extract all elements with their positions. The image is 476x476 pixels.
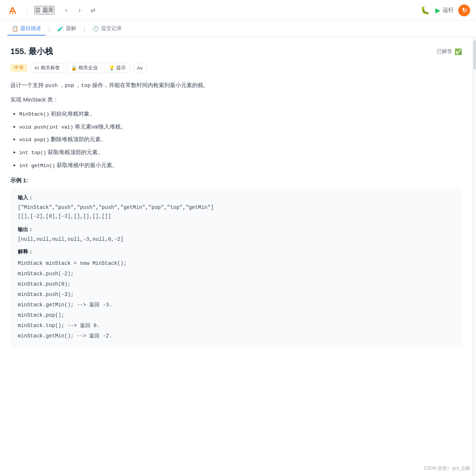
lock-icon: 🔒 [71, 65, 77, 71]
list-item: void pop() 删除堆栈顶部的元素。 [19, 135, 462, 144]
run-button[interactable]: ▶ 运行 [435, 6, 454, 14]
tab-solution-label: 题解 [66, 25, 76, 32]
navbar-right: 🐛 ▶ 运行 ↻ [419, 4, 470, 16]
tab-submissions-icon: 🕐 [93, 26, 99, 31]
input-line1: ["MinStack","push","push","push","getMin… [18, 203, 455, 212]
input-label: 输入： [18, 194, 455, 201]
explain-line-5: minStack.pop(); [18, 310, 455, 320]
hint-button[interactable]: 💡 提示 [105, 63, 130, 73]
debug-icon: 🐛 [420, 6, 430, 15]
solved-label: 已解答 [437, 48, 452, 55]
hint-icon: 💡 [109, 65, 115, 71]
next-button[interactable]: › [74, 4, 86, 16]
prev-button[interactable]: ‹ [60, 4, 72, 16]
content-panel: 155. 最小栈 已解答 ✅ 中等 🏷 相关标签 🔒 相关企业 💡 提示 [0, 37, 472, 476]
input-line2: [[],[-2],[0],[-3],[],[],[],[]] [18, 212, 455, 221]
random-icon: ⇄ [91, 7, 95, 14]
explain-label: 解释： [18, 249, 455, 255]
debug-button[interactable]: 🐛 [419, 4, 431, 16]
problems-button[interactable]: ☰ 题库 [34, 6, 54, 14]
tab-description-label: 题目描述 [20, 25, 41, 32]
nav-divider [27, 6, 27, 15]
tab-submissions[interactable]: 🕐 提交记录 [88, 22, 126, 36]
problem-description: 设计一个支持 push ，pop ，top 操作，并能在常数时间内检索到最小元素… [10, 80, 462, 90]
related-tags-label: 相关标签 [41, 64, 60, 71]
avatar[interactable]: ↻ [458, 4, 470, 16]
example-box: 输入： ["MinStack","push","push","push","ge… [10, 189, 462, 347]
problems-icon: ☰ [35, 7, 40, 14]
tab-divider-1: | [48, 26, 50, 32]
tags-row: 中等 🏷 相关标签 🔒 相关企业 💡 提示 Ax [10, 63, 462, 73]
run-label: 运行 [443, 7, 454, 14]
prev-icon: ‹ [65, 6, 67, 14]
hint-label: 提示 [116, 64, 126, 71]
tab-solution-icon: 🧪 [57, 26, 64, 31]
run-icon: ▶ [435, 6, 440, 14]
list-item: MinStack() 初始化堆栈对象。 [19, 109, 462, 119]
problem-title: 155. 最小栈 [10, 46, 53, 57]
list-item: void push(int val) 将元素val推入堆栈。 [19, 122, 462, 132]
difficulty-tag: 中等 [10, 64, 27, 72]
output-label: 输出： [18, 226, 455, 233]
explain-line-3: minStack.push(-3); [18, 289, 455, 300]
explain-line-7: minStack.getMin(); --> 返回 -2. [18, 331, 455, 341]
input-code: ["MinStack","push","push","push","getMin… [18, 203, 455, 221]
tag-icon: 🏷 [34, 65, 39, 71]
output-value: [null,null,null,null,-3,null,0,-2] [18, 235, 455, 244]
output-code: [null,null,null,null,-3,null,0,-2] [18, 235, 455, 244]
solved-check-icon: ✅ [455, 48, 462, 55]
scrollbar-thumb[interactable] [473, 40, 476, 70]
avatar-icon: ↻ [462, 7, 467, 14]
problem-name: 最小栈 [29, 47, 53, 56]
tab-description-icon: 📋 [12, 26, 18, 31]
explain-section: 解释： MinStack minStack = new MinStack(); … [18, 249, 455, 341]
main-layout: 155. 最小栈 已解答 ✅ 中等 🏷 相关标签 🔒 相关企业 💡 提示 [0, 37, 476, 476]
example-section: 示例 1: 输入： ["MinStack","push","push","pus… [10, 177, 462, 347]
font-label: Ax [137, 65, 143, 71]
problem-number: 155. [10, 47, 26, 56]
problem-header: 155. 最小栈 已解答 ✅ [10, 46, 462, 57]
tabbar: 📋 题目描述 | 🧪 题解 | 🕐 提交记录 [0, 21, 476, 37]
navbar: ☰ 题库 ‹ › ⇄ 🐛 ▶ 运行 ↻ [0, 0, 476, 21]
tab-description[interactable]: 📋 题目描述 [7, 22, 46, 36]
explain-line-0: MinStack minStack = new MinStack(); [18, 258, 455, 269]
tab-submissions-label: 提交记录 [101, 25, 122, 32]
font-button[interactable]: Ax [133, 64, 147, 72]
related-companies-label: 相关企业 [78, 64, 98, 71]
nav-arrows: ‹ › ⇄ [60, 4, 99, 16]
explain-line-6: minStack.top(); --> 返回 0. [18, 320, 455, 331]
related-tags-button[interactable]: 🏷 相关标签 [30, 63, 64, 73]
list-item: int getMin() 获取堆栈中的最小元素。 [19, 161, 462, 170]
explain-line-4: minStack.getMin(); --> 返回 -3. [18, 300, 455, 310]
method-list: MinStack() 初始化堆栈对象。 void push(int val) 将… [10, 109, 462, 170]
explain-line-2: minStack.push(0); [18, 279, 455, 289]
list-item: int top() 获取堆栈顶部的元素。 [19, 148, 462, 157]
logo[interactable] [6, 4, 19, 17]
related-companies-button[interactable]: 🔒 相关企业 [67, 63, 102, 73]
explain-code: MinStack minStack = new MinStack(); minS… [18, 258, 455, 341]
solved-badge: 已解答 ✅ [437, 48, 462, 55]
problems-label: 题库 [43, 7, 54, 14]
next-icon: › [78, 6, 81, 14]
footer-attribution: CSDN @殷丿 grd_志鹏 [424, 465, 470, 472]
tab-divider-2: | [84, 26, 85, 32]
random-button[interactable]: ⇄ [87, 4, 99, 16]
explain-line-1: minStack.push(-2); [18, 269, 455, 279]
example-title: 示例 1: [10, 177, 462, 184]
scrollbar-track[interactable] [472, 37, 476, 476]
tab-solution[interactable]: 🧪 题解 [53, 22, 81, 36]
impl-intro: 实现 MinStack 类： [10, 96, 462, 103]
